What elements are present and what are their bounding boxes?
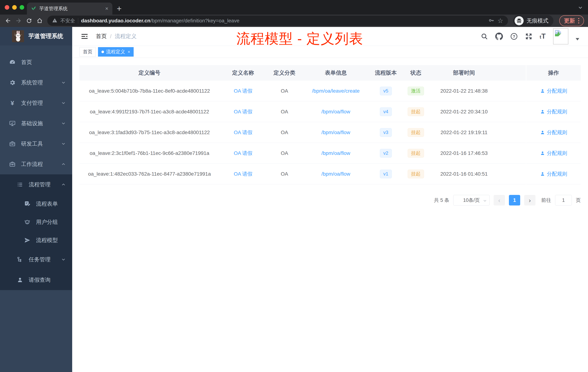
window-controls[interactable] bbox=[5, 5, 24, 10]
page-size-select[interactable]: 10条/页 bbox=[453, 195, 490, 206]
version-badge[interactable]: v3 bbox=[380, 128, 392, 137]
status-badge: 挂起 bbox=[408, 128, 424, 137]
deploy-time: 2022-01-22 20:34:10 bbox=[440, 109, 488, 115]
tag-process-definition[interactable]: 流程定义 × bbox=[98, 47, 134, 57]
bookmark-star-icon[interactable]: ☆ bbox=[497, 17, 503, 24]
maximize-window-button[interactable] bbox=[20, 5, 24, 10]
sidebar-item-工作流程[interactable]: 工作流程 bbox=[0, 154, 72, 174]
chevron-down-icon bbox=[61, 80, 66, 85]
user-icon bbox=[540, 88, 545, 94]
status-badge: 挂起 bbox=[408, 170, 424, 178]
browser-tab[interactable]: 芋道管理系统 × bbox=[27, 2, 112, 15]
breadcrumb-separator: / bbox=[110, 33, 111, 40]
search-icon[interactable] bbox=[481, 33, 488, 40]
table-body: oa_leave:5:004b710b-7b8a-11ec-8ef0-acde4… bbox=[79, 81, 581, 184]
navbar-actions: ? tT bbox=[481, 28, 579, 44]
sidebar-logo[interactable]: 芋道管理系统 bbox=[0, 27, 72, 45]
font-size-icon[interactable]: tT bbox=[540, 33, 546, 40]
sidebar-item-首页[interactable]: 首页 bbox=[0, 52, 72, 72]
sidebar-item-label: 基础设施 bbox=[21, 120, 43, 127]
chevron-down-icon bbox=[61, 121, 66, 126]
form-link[interactable]: /bpm/oa/leave/create bbox=[312, 88, 360, 94]
home-icon[interactable] bbox=[36, 17, 44, 25]
address-bar[interactable]: 不安全 dashboard.yudao.iocoder.cn/bpm/manag… bbox=[47, 16, 508, 26]
version-badge[interactable]: v5 bbox=[380, 87, 392, 95]
definition-name-link[interactable]: OA 请假 bbox=[234, 171, 252, 177]
definition-name-link[interactable]: OA 请假 bbox=[234, 108, 252, 115]
back-icon[interactable] bbox=[4, 17, 12, 25]
version-badge[interactable]: v1 bbox=[380, 170, 392, 178]
security-label[interactable]: 不安全 bbox=[60, 17, 75, 24]
browser-toolbar: 不安全 dashboard.yudao.iocoder.cn/bpm/manag… bbox=[0, 15, 588, 27]
version-badge[interactable]: v2 bbox=[380, 149, 392, 158]
page-1-button[interactable]: 1 bbox=[509, 195, 520, 206]
assign-rule-link[interactable]: 分配规则 bbox=[540, 108, 567, 115]
help-icon[interactable]: ? bbox=[510, 33, 518, 40]
breadcrumb-home[interactable]: 首页 bbox=[96, 33, 107, 40]
col-header-deploy-time: 部署时间 bbox=[430, 65, 499, 81]
form-link[interactable]: /bpm/oa/flow bbox=[321, 150, 350, 156]
form-link[interactable]: /bpm/oa/flow bbox=[321, 171, 350, 177]
browser-menu-icon[interactable] bbox=[578, 18, 579, 23]
tab-close-icon[interactable]: × bbox=[105, 6, 108, 11]
assign-rule-link[interactable]: 分配规则 bbox=[540, 129, 567, 136]
forward-icon[interactable] bbox=[15, 17, 22, 25]
chevron-up-icon bbox=[61, 162, 66, 167]
fullscreen-icon[interactable] bbox=[525, 33, 532, 40]
status-badge: 激活 bbox=[408, 87, 424, 95]
sidebar-item-支付管理[interactable]: ¥ 支付管理 bbox=[0, 93, 72, 113]
sidebar-item-流程管理[interactable]: 流程管理 bbox=[0, 174, 72, 195]
sidebar-item-流程模型[interactable]: 流程模型 bbox=[0, 231, 72, 249]
briefcase-icon bbox=[8, 161, 16, 167]
form-link[interactable]: /bpm/oa/flow bbox=[321, 109, 350, 115]
warning-icon bbox=[52, 18, 57, 24]
update-button[interactable]: 更新 bbox=[559, 15, 584, 26]
sidebar-item-系统管理[interactable]: 系统管理 bbox=[0, 72, 72, 93]
sidebar-item-研发工具[interactable]: 研发工具 bbox=[0, 134, 72, 154]
goto-page-input[interactable]: 1 bbox=[555, 195, 572, 206]
minimize-window-button[interactable] bbox=[12, 5, 17, 10]
main-area: 首页 / 流程定义 流程模型 - 定义列表 ? tT bbox=[72, 27, 588, 372]
sidebar-item-label: 请假查询 bbox=[29, 276, 51, 284]
close-window-button[interactable] bbox=[5, 5, 9, 10]
tag-label: 流程定义 bbox=[106, 49, 125, 55]
avatar[interactable] bbox=[553, 28, 568, 44]
sidebar-item-用户分组[interactable]: 用户分组 bbox=[0, 213, 72, 231]
sidebar-item-任务管理[interactable]: 任务管理 bbox=[0, 249, 72, 270]
form-link[interactable]: /bpm/oa/flow bbox=[321, 130, 350, 135]
chevron-down-icon bbox=[61, 257, 66, 262]
github-icon[interactable] bbox=[495, 33, 503, 40]
user-icon bbox=[540, 130, 545, 135]
table-row: oa_leave:2:3c1f0ef1-76b1-11ec-9c66-a2380… bbox=[79, 143, 581, 164]
app-title: 芋道管理系统 bbox=[28, 32, 63, 40]
key-icon[interactable] bbox=[488, 17, 494, 24]
avatar-dropdown-caret-icon[interactable] bbox=[576, 38, 579, 40]
col-header-name: 定义名称 bbox=[220, 65, 267, 81]
definition-name-link[interactable]: OA 请假 bbox=[234, 150, 252, 157]
tag-home[interactable]: 首页 bbox=[79, 47, 96, 57]
goto-label: 前往 bbox=[541, 197, 551, 203]
svg-text:?: ? bbox=[513, 34, 515, 39]
assign-rule-link[interactable]: 分配规则 bbox=[540, 88, 567, 94]
assign-rule-link[interactable]: 分配规则 bbox=[540, 171, 567, 177]
tab-search-chevron-icon[interactable] bbox=[578, 5, 583, 11]
definition-id: oa_leave:5:004b710b-7b8a-11ec-8ef0-acde4… bbox=[89, 88, 210, 94]
definition-name-link[interactable]: OA 请假 bbox=[234, 88, 252, 94]
url-text: dashboard.yudao.iocoder.cn/bpm/manager/d… bbox=[81, 18, 240, 24]
definition-id: oa_leave:4:991f2193-7b7f-11ec-a3c8-acde4… bbox=[90, 109, 209, 115]
sidebar-item-请假查询[interactable]: 请假查询 bbox=[0, 270, 72, 290]
version-badge[interactable]: v4 bbox=[380, 107, 392, 116]
assign-rule-link[interactable]: 分配规则 bbox=[540, 150, 567, 157]
sidebar-collapse-icon[interactable] bbox=[81, 33, 88, 40]
gear-icon bbox=[8, 79, 16, 86]
tag-close-icon[interactable]: × bbox=[128, 50, 130, 54]
definition-name-link[interactable]: OA 请假 bbox=[234, 129, 252, 136]
new-tab-button[interactable]: + bbox=[117, 3, 122, 14]
toolbox-icon bbox=[8, 141, 16, 147]
prev-page-button[interactable]: ‹ bbox=[494, 195, 505, 206]
sidebar-item-流程表单[interactable]: 流程表单 bbox=[0, 195, 72, 213]
broken-image-icon bbox=[554, 29, 562, 37]
sidebar-item-基础设施[interactable]: 基础设施 bbox=[0, 113, 72, 134]
next-page-button[interactable]: › bbox=[524, 195, 536, 206]
reload-icon[interactable] bbox=[25, 17, 33, 25]
